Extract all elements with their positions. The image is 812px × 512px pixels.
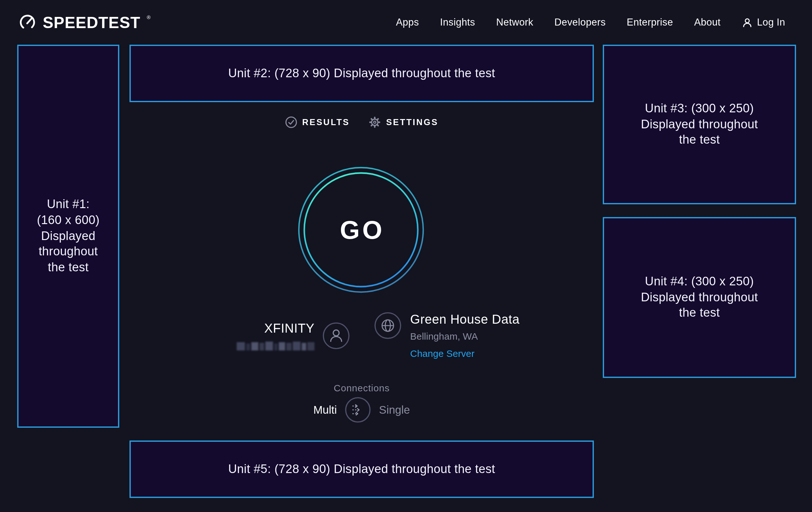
ad-unit-5[interactable]: Unit #5: (728 x 90) Displayed throughout… xyxy=(129,440,594,498)
tab-results[interactable]: RESULTS xyxy=(285,116,350,128)
ad-unit-4[interactable]: Unit #4: (300 x 250) Displayed throughou… xyxy=(603,217,796,378)
gear-icon xyxy=(369,116,381,128)
nav-item-developers[interactable]: Developers xyxy=(554,17,606,28)
redacted-ip xyxy=(237,342,315,350)
trademark-symbol: ® xyxy=(147,15,150,20)
top-nav: SPEEDTEST® Apps Insights Network Develop… xyxy=(0,0,812,45)
ad-unit-3-text: Unit #3: (300 x 250) Displayed throughou… xyxy=(641,101,758,148)
nav-item-enterprise[interactable]: Enterprise xyxy=(627,17,673,28)
user-icon xyxy=(742,17,752,28)
check-circle-icon xyxy=(285,116,297,128)
tab-results-label: RESULTS xyxy=(302,117,350,127)
nav-item-login[interactable]: Log In xyxy=(742,17,785,28)
server-location: Bellingham, WA xyxy=(410,331,520,342)
tab-bar: RESULTS SETTINGS xyxy=(129,116,594,128)
server-name: Green House Data xyxy=(410,312,520,326)
brand-logo[interactable]: SPEEDTEST® xyxy=(18,13,150,32)
ad-unit-1-text: Unit #1: (160 x 600) Displayed throughou… xyxy=(37,197,100,276)
change-server-link[interactable]: Change Server xyxy=(410,348,474,359)
ad-unit-2-text: Unit #2: (728 x 90) Displayed throughout… xyxy=(228,65,495,81)
tab-settings-label: SETTINGS xyxy=(386,117,438,127)
ad-unit-3[interactable]: Unit #3: (300 x 250) Displayed throughou… xyxy=(603,45,796,204)
isp-name: XFINITY xyxy=(237,321,315,336)
multi-connection-toggle-icon[interactable] xyxy=(345,397,371,423)
nav-item-insights[interactable]: Insights xyxy=(440,17,475,28)
tab-settings[interactable]: SETTINGS xyxy=(369,116,438,128)
test-meta-row: XFINITY xyxy=(129,312,594,359)
connections-multi-option[interactable]: Multi xyxy=(313,403,337,416)
brand-name: SPEEDTEST xyxy=(43,13,140,32)
globe-icon xyxy=(374,312,401,339)
ad-unit-2[interactable]: Unit #2: (728 x 90) Displayed throughout… xyxy=(129,45,594,102)
nav-item-about[interactable]: About xyxy=(694,17,721,28)
speedtest-gauge-icon xyxy=(18,13,37,32)
nav-item-apps[interactable]: Apps xyxy=(396,17,419,28)
speedtest-page: SPEEDTEST® Apps Insights Network Develop… xyxy=(0,0,812,512)
connections-label: Connections xyxy=(129,382,594,393)
login-label: Log In xyxy=(757,17,785,28)
ad-unit-4-text: Unit #4: (300 x 250) Displayed throughou… xyxy=(641,274,758,321)
go-label: GO xyxy=(297,166,425,294)
isp-block: XFINITY xyxy=(129,312,362,359)
server-block: Green House Data Bellingham, WA Change S… xyxy=(362,312,594,359)
connections-single-option[interactable]: Single xyxy=(379,403,410,416)
ad-unit-5-text: Unit #5: (728 x 90) Displayed throughout… xyxy=(228,461,495,477)
isp-user-icon xyxy=(323,322,350,349)
main-nav: Apps Insights Network Developers Enterpr… xyxy=(396,17,785,28)
ad-unit-1[interactable]: Unit #1: (160 x 600) Displayed throughou… xyxy=(17,45,119,428)
go-button[interactable]: GO xyxy=(297,166,425,294)
nav-item-network[interactable]: Network xyxy=(496,17,533,28)
connections-toggle-row: Multi Single xyxy=(129,397,594,423)
